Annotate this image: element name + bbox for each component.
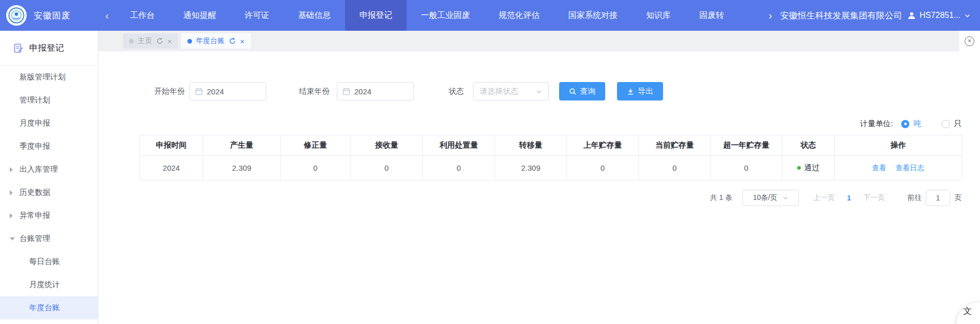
cell-received: 0 — [351, 156, 423, 180]
current-page-button[interactable]: 1 — [847, 194, 851, 202]
username: HS72851... — [920, 11, 961, 20]
cell-utilized: 0 — [423, 156, 495, 180]
col-prev-year-storage: 上年贮存量 — [567, 135, 639, 156]
refresh-icon[interactable] — [156, 37, 163, 45]
next-page-button[interactable]: 下一页 — [863, 193, 885, 202]
status-select[interactable]: 请选择状态 — [473, 82, 549, 100]
table-row: 2024 2.309 0 0 0 2.309 0 0 0 — [140, 156, 962, 180]
col-over-year-storage: 超一年贮存量 — [711, 135, 782, 156]
tab-home[interactable]: 主页 × — [123, 33, 178, 49]
tab-label: 主页 — [138, 36, 152, 46]
sidebar-item-label: 月度申报 — [19, 118, 50, 128]
goto-label: 前往 — [907, 193, 922, 202]
goto-page-input[interactable] — [926, 190, 950, 206]
nav-item-national-system[interactable]: 国家系统对接 — [554, 0, 632, 31]
unit-switch: 计量单位: 吨 只 — [139, 119, 962, 129]
sidebar-item-monthly-stats[interactable]: 月度统计 — [0, 273, 98, 296]
arrow-right-icon — [10, 167, 13, 172]
goto-unit-label: 页 — [954, 193, 962, 202]
col-corrected: 修正量 — [281, 135, 351, 156]
table-header-row: 申报时间 产生量 修正量 接收量 利用处置量 转移量 上年贮存量 当前贮存量 超… — [140, 135, 962, 156]
sidebar-item-label: 异常申报 — [19, 211, 50, 220]
unit-option-label[interactable]: 只 — [954, 119, 962, 129]
unit-option-ton[interactable]: 吨 — [901, 119, 921, 129]
search-icon — [569, 88, 577, 95]
sidebar-item-abnormal-declaration[interactable]: 异常申报 — [0, 204, 98, 227]
total-count: 共 1 条 — [710, 193, 733, 202]
chevron-down-icon — [782, 195, 789, 201]
end-year-input[interactable] — [337, 82, 414, 100]
cell-current-storage: 0 — [639, 156, 711, 180]
view-log-link[interactable]: 查看日志 — [896, 164, 924, 172]
close-all-tabs-button[interactable]: × — [958, 31, 980, 51]
sidebar-item-label: 年度台账 — [29, 303, 60, 313]
nav-item-waste-transfer[interactable]: 固废转 — [685, 0, 738, 31]
sidebar-item-annual-ledger[interactable]: 年度台账 — [0, 296, 98, 319]
chevron-down-icon — [536, 88, 542, 95]
nav-item-workbench[interactable]: 工作台 — [116, 0, 169, 31]
refresh-icon[interactable] — [229, 37, 236, 45]
app-logo-icon — [6, 5, 27, 26]
export-button[interactable]: 导出 — [617, 82, 663, 100]
unit-option-label[interactable]: 吨 — [913, 119, 921, 129]
col-current-storage: 当前贮存量 — [639, 135, 711, 156]
nav-item-knowledge-base[interactable]: 知识库 — [632, 0, 685, 31]
nav-item-standardization-assessment[interactable]: 规范化评估 — [484, 0, 554, 31]
start-year-value[interactable] — [207, 87, 261, 96]
start-year-input[interactable] — [189, 82, 266, 100]
view-link[interactable]: 查看 — [872, 164, 886, 172]
status-badge: 通过 — [804, 163, 820, 173]
cell-declare-time: 2024 — [140, 156, 203, 180]
sidebar-item-label: 季度申报 — [19, 141, 50, 151]
menu-collapse-left-icon[interactable]: ‹ — [98, 10, 116, 22]
cell-generated: 2.309 — [203, 156, 281, 180]
sidebar-item-new-management-plan[interactable]: 新版管理计划 — [0, 66, 98, 89]
unit-label: 计量单位: — [860, 119, 893, 129]
sidebar-item-ledger-management[interactable]: 台账管理 — [0, 227, 98, 250]
page-content: 开始年份 结束年份 状态 — [98, 51, 980, 324]
col-generated: 产生量 — [203, 135, 281, 156]
unit-option-piece[interactable]: 只 — [942, 119, 962, 129]
sidebar-item-history-data[interactable]: 历史数据 — [0, 181, 98, 204]
sidebar-item-daily-ledger[interactable]: 每日台账 — [0, 250, 98, 273]
radio-unselected-icon[interactable] — [942, 120, 950, 128]
tab-dot-icon — [187, 39, 192, 44]
sidebar-title: 申报登记 — [29, 42, 64, 54]
page-size-value: 10条/页 — [753, 193, 777, 202]
sidebar-item-inout-warehouse[interactable]: 出入库管理 — [0, 158, 98, 181]
calendar-icon — [195, 88, 203, 95]
close-icon[interactable]: × — [167, 37, 172, 45]
nav-item-license[interactable]: 许可证 — [230, 0, 284, 31]
sidebar-item-label: 台账管理 — [19, 234, 50, 244]
sidebar: 申报登记 新版管理计划 管理计划 月度申报 季度申报 出入库管理 历史数据 异常… — [0, 31, 98, 324]
sidebar-header: 申报登记 — [0, 31, 98, 66]
arrow-right-icon — [10, 213, 13, 218]
cell-over-year-storage: 0 — [711, 156, 782, 180]
radio-selected-icon[interactable] — [901, 120, 909, 128]
filter-bar: 开始年份 结束年份 状态 — [139, 82, 962, 100]
company-name[interactable]: 安徽恒生科技发展集团有限公司 — [780, 10, 902, 22]
user-icon — [907, 11, 916, 20]
sidebar-item-management-plan[interactable]: 管理计划 — [0, 89, 98, 112]
end-year-value[interactable] — [354, 87, 408, 96]
search-button[interactable]: 查询 — [559, 82, 605, 100]
annual-ledger-table: 申报时间 产生量 修正量 接收量 利用处置量 转移量 上年贮存量 当前贮存量 超… — [139, 135, 962, 180]
tab-annual-ledger[interactable]: 年度台账 × — [181, 33, 251, 49]
sidebar-item-label: 每日台账 — [29, 257, 60, 267]
col-status: 状态 — [782, 135, 835, 156]
floating-button-glyph: 文 — [963, 305, 972, 317]
sidebar-item-label: 出入库管理 — [19, 165, 58, 174]
nav-item-declaration[interactable]: 申报登记 — [345, 0, 407, 31]
tab-label: 年度台账 — [196, 36, 225, 46]
sidebar-item-quarterly-declaration[interactable]: 季度申报 — [0, 135, 98, 158]
prev-page-button[interactable]: 上一页 — [813, 193, 835, 202]
col-actions: 操作 — [835, 135, 962, 156]
menu-scroll-right-icon[interactable]: › — [769, 10, 772, 22]
nav-item-basic-info[interactable]: 基础信息 — [284, 0, 345, 31]
nav-item-general-industrial-waste[interactable]: 一般工业固废 — [407, 0, 484, 31]
sidebar-item-monthly-declaration[interactable]: 月度申报 — [0, 112, 98, 135]
close-icon[interactable]: × — [240, 37, 245, 45]
user-menu[interactable]: HS72851... — [907, 11, 971, 20]
page-size-select[interactable]: 10条/页 — [742, 190, 799, 206]
nav-item-notifications[interactable]: 通知提醒 — [169, 0, 230, 31]
